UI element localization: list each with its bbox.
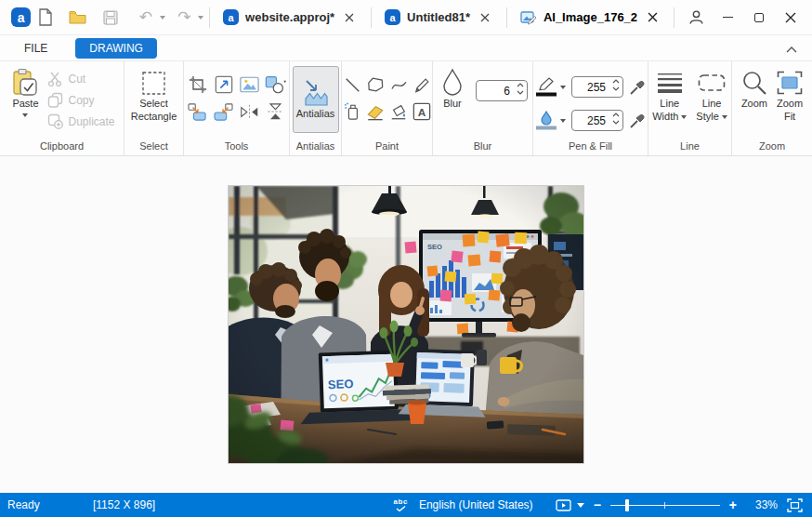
- tab-close-button[interactable]: [341, 9, 358, 26]
- fill-eyedropper-button[interactable]: [629, 113, 646, 129]
- photo-vignette: [229, 186, 583, 463]
- divider: [506, 7, 507, 28]
- paste-button[interactable]: Paste: [8, 66, 42, 139]
- redo-dropdown[interactable]: [196, 16, 203, 20]
- tab-logo-letter: a: [229, 12, 234, 23]
- preview-control[interactable]: [556, 499, 584, 511]
- eraser-tool-button[interactable]: [364, 100, 387, 124]
- copy-icon: [47, 92, 63, 108]
- blur-label: Blur: [443, 98, 462, 111]
- line-width-button[interactable]: Line Width: [649, 66, 689, 139]
- antialias-toggle-button[interactable]: Antialias: [293, 66, 339, 133]
- tab-label: AI_Image_176_2: [544, 10, 637, 24]
- chevron-down-icon: [22, 113, 28, 117]
- image-dimensions: [1152 X 896]: [93, 498, 155, 511]
- maximize-button[interactable]: [743, 4, 775, 32]
- scale-up-button[interactable]: [186, 100, 209, 124]
- blur-button[interactable]: Blur: [438, 66, 467, 139]
- group-tools: Tools: [184, 61, 290, 155]
- minimize-button[interactable]: [712, 4, 743, 32]
- tab-label: Untitled81*: [407, 10, 470, 24]
- crop-icon: [189, 75, 207, 94]
- spinner-up-icon[interactable]: [612, 113, 620, 117]
- group-label: Pen & Fill: [533, 139, 648, 155]
- preview-icon: [556, 499, 571, 511]
- group-label: Zoom: [732, 139, 812, 155]
- line-style-label-2: Style: [696, 111, 718, 124]
- group-label: Clipboard: [0, 139, 124, 155]
- save-button[interactable]: [99, 5, 124, 31]
- polygon-tool-button[interactable]: [364, 73, 387, 97]
- magnifier-icon: [741, 70, 767, 96]
- zoom-slider-thumb[interactable]: [625, 499, 629, 511]
- group-blur: Blur Blur: [433, 61, 533, 155]
- cut-button[interactable]: Cut: [47, 68, 114, 89]
- statusbar: Ready [1152 X 896] abc English (United S…: [0, 493, 812, 517]
- language-selector[interactable]: English (United States): [419, 498, 533, 511]
- zoom-slider[interactable]: [610, 498, 720, 511]
- image-button[interactable]: [238, 73, 261, 97]
- select-rectangle-button[interactable]: Select Rectangle: [125, 66, 183, 139]
- curve-tool-button[interactable]: [387, 73, 411, 97]
- cut-label: Cut: [68, 73, 85, 86]
- new-file-button[interactable]: [33, 5, 58, 31]
- undo-button[interactable]: ↶: [134, 5, 158, 31]
- fill-tool-button[interactable]: [387, 100, 411, 124]
- tab-label: website.approj*: [245, 10, 334, 24]
- tab-untitled81[interactable]: a Untitled81*: [377, 4, 501, 32]
- zoom-in-button[interactable]: +: [729, 498, 737, 511]
- fit-screen-button[interactable]: [787, 498, 803, 512]
- pen-color-button[interactable]: [535, 77, 566, 98]
- spellcheck-icon-text: abc: [394, 498, 408, 506]
- zoom-out-button[interactable]: −: [594, 498, 601, 511]
- line-style-button[interactable]: Line Style: [693, 66, 729, 139]
- line-tool-button[interactable]: [341, 73, 364, 97]
- line-width-label-2: Width: [652, 111, 678, 124]
- canvas-image[interactable]: SEO: [229, 186, 583, 463]
- spray-tool-button[interactable]: [341, 100, 364, 124]
- duplicate-button[interactable]: Duplicate: [47, 111, 114, 132]
- collapse-ribbon-button[interactable]: [786, 40, 797, 57]
- close-icon: [345, 13, 354, 22]
- project-tab-icon: a: [385, 9, 400, 25]
- tab-close-button[interactable]: [644, 9, 661, 26]
- copy-button[interactable]: Copy: [47, 89, 114, 111]
- spinner-down-icon[interactable]: [612, 86, 620, 91]
- ribbon-tab-row: FILE DRAWING: [0, 35, 812, 61]
- zoom-fit-button[interactable]: Zoom Fit: [774, 66, 805, 139]
- flip-vertical-button[interactable]: [264, 100, 287, 124]
- save-icon: [103, 10, 118, 25]
- spellcheck-toggle[interactable]: abc: [394, 498, 408, 511]
- spinner-up-icon[interactable]: [517, 83, 524, 87]
- text-tool-button[interactable]: A: [411, 100, 434, 124]
- fill-color-button[interactable]: [535, 111, 566, 131]
- chevron-down-icon: [560, 119, 566, 123]
- tab-file[interactable]: FILE: [9, 39, 62, 58]
- tab-ai-image[interactable]: AI_Image_176_2: [513, 4, 668, 32]
- redo-button[interactable]: ↷: [173, 5, 197, 31]
- tab-close-button[interactable]: [477, 9, 493, 26]
- spinner-down-icon[interactable]: [517, 90, 524, 95]
- pencil-tool-button[interactable]: [411, 73, 434, 97]
- account-button[interactable]: [680, 4, 712, 32]
- group-select: Select Rectangle Select: [124, 61, 184, 155]
- crop-button[interactable]: [186, 73, 209, 97]
- close-window-button[interactable]: [775, 4, 806, 32]
- app-logo-icon: a: [11, 7, 31, 27]
- spinner-up-icon[interactable]: [612, 79, 620, 84]
- zoom-fit-label-1: Zoom: [777, 98, 803, 111]
- pen-eyedropper-button[interactable]: [629, 79, 646, 96]
- shapes-button[interactable]: [264, 73, 287, 97]
- line-tool-icon: [344, 76, 361, 94]
- tab-website-approj[interactable]: a website.approj*: [216, 4, 365, 32]
- flip-horizontal-icon: [240, 103, 259, 121]
- open-file-button[interactable]: [66, 5, 90, 31]
- undo-dropdown[interactable]: [158, 16, 165, 20]
- zoom-button[interactable]: Zoom: [739, 66, 770, 139]
- tab-drawing[interactable]: DRAWING: [75, 38, 157, 59]
- flip-horizontal-button[interactable]: [238, 100, 261, 124]
- office-meeting-photo: SEO: [229, 186, 583, 463]
- resize-button[interactable]: [212, 73, 235, 97]
- scale-down-button[interactable]: [212, 100, 235, 124]
- spinner-down-icon[interactable]: [612, 120, 620, 125]
